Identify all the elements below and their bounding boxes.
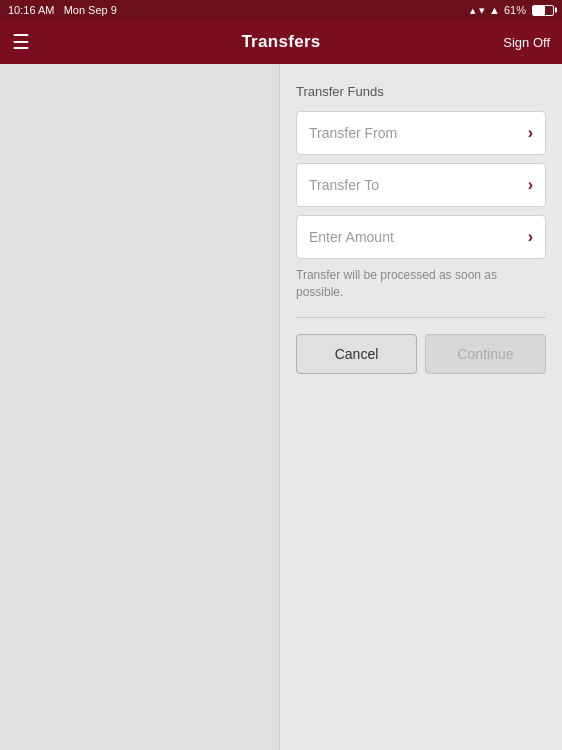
transfer-to-chevron-icon: › [528, 176, 533, 194]
transfer-from-chevron-icon: › [528, 124, 533, 142]
buttons-row: Cancel Continue [296, 334, 546, 374]
sign-off-button[interactable]: Sign Off [503, 35, 550, 50]
section-title: Transfer Funds [296, 84, 546, 99]
status-time: 10:16 AM [8, 4, 54, 16]
battery-percent: 61% [504, 4, 526, 16]
nav-title: Transfers [241, 32, 320, 52]
info-text: Transfer will be processed as soon as po… [296, 267, 546, 301]
nav-bar: ☰ Transfers Sign Off [0, 20, 562, 64]
wifi-icon: ▴ ▾ [470, 4, 485, 17]
status-bar: 10:16 AM Mon Sep 9 ▴ ▾ ▲ 61% [0, 0, 562, 20]
battery-fill [533, 6, 545, 15]
enter-amount-field[interactable]: Enter Amount › [296, 215, 546, 259]
right-panel: Transfer Funds Transfer From › Transfer … [280, 64, 562, 750]
status-date: Mon Sep 9 [64, 4, 117, 16]
signal-bars-icon: ▲ [489, 4, 500, 16]
transfer-from-label: Transfer From [309, 125, 397, 141]
menu-icon[interactable]: ☰ [12, 32, 30, 52]
main-content: Transfer Funds Transfer From › Transfer … [0, 64, 562, 750]
transfer-to-label: Transfer To [309, 177, 379, 193]
sidebar [0, 64, 280, 750]
battery-icon [532, 5, 554, 16]
continue-button[interactable]: Continue [425, 334, 546, 374]
cancel-button[interactable]: Cancel [296, 334, 417, 374]
enter-amount-label: Enter Amount [309, 229, 394, 245]
status-indicators: ▴ ▾ ▲ 61% [470, 4, 554, 17]
transfer-to-field[interactable]: Transfer To › [296, 163, 546, 207]
divider [296, 317, 546, 318]
enter-amount-chevron-icon: › [528, 228, 533, 246]
transfer-from-field[interactable]: Transfer From › [296, 111, 546, 155]
status-time-date: 10:16 AM Mon Sep 9 [8, 4, 117, 16]
